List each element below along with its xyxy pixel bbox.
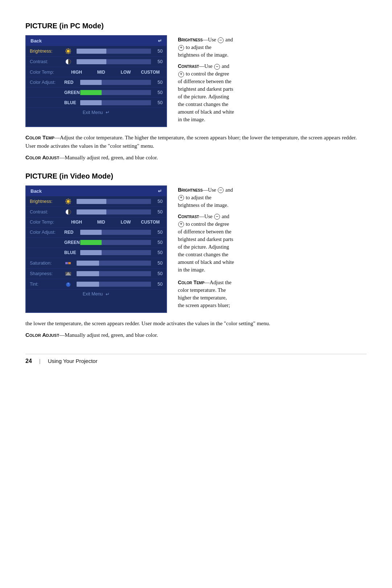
video-sharpness-bar: [77, 271, 151, 276]
pc-contrast-value: 50: [153, 59, 163, 64]
pc-blue-bar: [80, 100, 151, 105]
video-sharpness-value: 50: [153, 271, 163, 276]
pc-brightness-fill: [77, 49, 106, 54]
video-contrast-fill: [77, 209, 106, 215]
video-tint-value: 50: [153, 282, 163, 287]
pc-red-fill: [80, 80, 102, 85]
footer-divider: |: [39, 358, 41, 364]
video-osd-header-arrow: ↵: [158, 188, 162, 194]
pc-green-fill: [80, 90, 102, 95]
svg-point-11: [67, 200, 70, 203]
plus-icon: +: [178, 45, 184, 51]
video-tint-label: Tint:: [30, 282, 64, 287]
pc-temp-mid: MID: [89, 69, 114, 75]
video-red-fill: [80, 230, 102, 235]
video-sharpness-label: Sharpness:: [30, 271, 64, 276]
svg-line-7: [70, 53, 70, 53]
pc-color-temp-label: Color Temp:: [30, 70, 64, 75]
svg-rect-23: [68, 262, 71, 264]
svg-line-8: [70, 49, 70, 49]
pc-brightness-value: 50: [153, 49, 163, 54]
pc-brightness-desc: Brightness—Use − and + to adjust thebrig…: [178, 36, 367, 59]
pc-blue-label: BLUE: [64, 100, 78, 105]
video-brightness-bar: [77, 199, 151, 204]
video-tint-bar: [77, 282, 151, 287]
video-osd-color-temp-row: Color Temp: HIGH MID LOW CUSTOM: [26, 217, 166, 228]
pc-osd-panel: Back ↵ Brightness:: [25, 35, 167, 127]
video-osd-header: Back ↵: [26, 186, 166, 196]
minus-icon: −: [218, 37, 224, 43]
video-contrast-desc: Contrast—Use − and + to control the degr…: [178, 213, 367, 274]
video-osd-back-label: Back: [30, 188, 42, 194]
video-osd-sharpness-row: Sharpness: 50: [26, 269, 166, 279]
video-osd-saturation-row: Saturation: 50: [26, 258, 166, 269]
contrast-icon: [64, 58, 72, 66]
svg-line-18: [70, 203, 70, 203]
video-contrast-value: 50: [153, 209, 163, 215]
video-brightness-value: 50: [153, 199, 163, 204]
video-green-bar: [80, 240, 151, 245]
video-contrast-bar: [77, 209, 151, 215]
video-color-adjust-para: Color Adjust—Manually adjust red, green,…: [25, 331, 367, 339]
video-saturation-bar: [77, 261, 151, 266]
video-green-fill: [80, 240, 102, 245]
video-exit-label: Exit Menu: [83, 291, 103, 297]
pc-contrast-desc: Contrast—Use − and + to control the degr…: [178, 62, 367, 123]
video-mode-section: Back ↵ Brightness:: [25, 185, 367, 313]
pc-osd-color-adjust-red-row: Color Adjust: RED 50: [26, 77, 166, 87]
video-red-bar: [80, 230, 151, 235]
video-blue-bar: [80, 250, 151, 255]
svg-line-9: [66, 53, 66, 53]
video-contrast-label: Contrast:: [30, 209, 64, 215]
pc-contrast-bar: [77, 59, 151, 64]
pc-contrast-label: Contrast:: [30, 59, 64, 64]
video-osd-color-adjust-blue-row: BLUE 50: [26, 248, 166, 258]
pc-mode-title: PICTURE (in PC Mode): [25, 22, 367, 30]
svg-point-0: [67, 50, 70, 53]
pc-temp-low: LOW: [114, 69, 138, 75]
video-green-value: 50: [153, 240, 163, 245]
sun-icon-2: [64, 197, 72, 205]
svg-line-17: [66, 199, 66, 200]
pc-red-label: RED: [64, 80, 78, 85]
video-osd-color-adjust-red-row: Color Adjust: RED 50: [26, 228, 166, 238]
plus-icon-4: +: [178, 221, 184, 227]
svg-rect-22: [65, 262, 68, 264]
pc-exit-arrow: ↵: [106, 110, 110, 115]
saturation-icon: [64, 259, 72, 267]
pc-temp-custom: CUSTOM: [138, 69, 163, 75]
pc-temp-high: HIGH: [64, 69, 89, 75]
pc-blue-value: 50: [153, 100, 163, 105]
video-sharpness-fill: [77, 271, 99, 276]
video-temp-high: HIGH: [64, 219, 89, 225]
pc-color-temp-options: HIGH MID LOW CUSTOM: [64, 69, 163, 75]
video-mode-title: PICTURE (in Video Mode): [25, 172, 367, 180]
pc-green-bar: [80, 90, 151, 95]
video-brightness-label: Brightness:: [30, 199, 64, 204]
contrast-icon-2: [64, 208, 72, 216]
pc-osd-color-temp-row: Color Temp: HIGH MID LOW CUSTOM: [26, 67, 166, 77]
pc-color-adjust-para: Color Adjust—Manually adjust red, green,…: [25, 154, 367, 162]
pc-osd-brightness-row: Brightness: 50: [26, 46, 166, 57]
page-number: 24: [25, 358, 32, 364]
svg-line-20: [66, 203, 66, 203]
video-red-value: 50: [153, 230, 163, 235]
pc-mode-section: Back ↵ Brightness:: [25, 35, 367, 127]
pc-red-value: 50: [153, 80, 163, 85]
svg-line-19: [70, 199, 70, 200]
pc-osd-header-arrow: ↵: [158, 38, 162, 44]
footer-text: Using Your Projector: [48, 358, 98, 364]
sharpness-icon: [64, 270, 72, 278]
video-desc-panel: Brightness—Use − and + to adjust thebrig…: [178, 185, 367, 313]
minus-icon-3: −: [218, 187, 224, 193]
video-green-label: GREEN: [64, 240, 78, 245]
sun-icon: [64, 47, 72, 55]
video-osd-brightness-row: Brightness: 50: [26, 196, 166, 207]
video-red-label: RED: [64, 230, 78, 235]
pc-osd-color-adjust-blue-row: BLUE 50: [26, 98, 166, 108]
video-color-temp-label: Color Temp:: [30, 220, 64, 225]
plus-icon-3: +: [178, 195, 184, 201]
pc-desc-panel: Brightness—Use − and + to adjust thebrig…: [178, 35, 367, 127]
minus-icon-2: −: [214, 64, 220, 70]
video-osd-panel: Back ↵ Brightness:: [25, 185, 167, 313]
